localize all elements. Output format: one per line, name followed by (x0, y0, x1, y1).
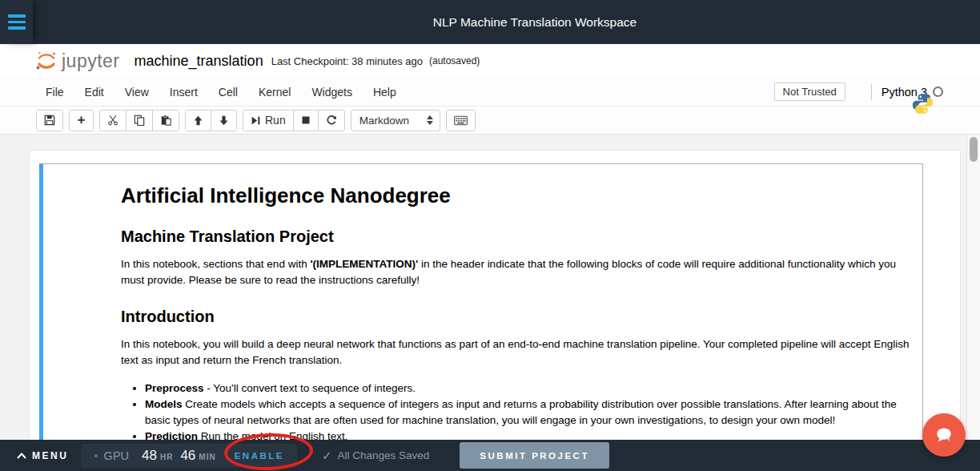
save-button[interactable] (37, 111, 62, 131)
cell-type-value: Markdown (359, 115, 427, 127)
menu-insert[interactable]: Insert (159, 78, 208, 107)
workspace-statusbar: MENU • GPU 48 HR 46 MIN ENABLE ✓ All Cha… (0, 440, 980, 471)
submit-project-button[interactable]: SUBMIT PROJECT (460, 442, 609, 469)
notebook-panel: Artificial Intelligence Nanodegree Machi… (29, 150, 961, 471)
notebook-h1: Artificial Intelligence Nanodegree (121, 183, 913, 208)
save-icon (44, 115, 55, 126)
implementation-note: In this notebook, sections that end with… (121, 256, 913, 288)
menu-widgets[interactable]: Widgets (301, 78, 363, 107)
scrollbar-track[interactable] (966, 135, 980, 471)
python-logo-icon (912, 93, 934, 118)
run-icon (251, 115, 261, 126)
run-button-label: Run (265, 114, 286, 127)
jupyter-logo-icon[interactable]: jupyter (35, 50, 120, 72)
restart-kernel-button[interactable] (318, 111, 344, 131)
not-trusted-button[interactable]: Not Trusted (774, 83, 845, 101)
cut-icon (107, 115, 118, 126)
stop-icon (301, 115, 311, 125)
cell-type-select[interactable]: Markdown (351, 110, 440, 131)
keyboard-icon (454, 115, 468, 126)
menubar-divider (871, 84, 872, 100)
add-cell-button[interactable]: + (70, 111, 93, 131)
markdown-cell-selected[interactable]: Artificial Intelligence Nanodegree Machi… (39, 163, 923, 471)
gpu-hours-unit: HR (160, 453, 173, 461)
notebook-title[interactable]: machine_translation (135, 53, 263, 70)
move-cell-up-button[interactable] (186, 111, 211, 131)
chat-bubble-icon (933, 424, 955, 446)
paste-icon (160, 115, 171, 126)
jupyter-logo-text: jupyter (62, 50, 120, 72)
project-h2: Machine Translation Project (121, 227, 913, 246)
gpu-dot-icon: • (94, 449, 98, 462)
menu-help[interactable]: Help (363, 78, 407, 107)
copy-icon (134, 115, 145, 126)
scrollbar-thumb[interactable] (970, 137, 978, 162)
autosave-status: (autosaved) (429, 55, 480, 66)
notebook-scroll-area: Artificial Intelligence Nanodegree Machi… (0, 135, 980, 471)
introduction-paragraph: In this notebook, you will build a deep … (121, 336, 913, 368)
menu-cell[interactable]: Cell (208, 78, 248, 107)
introduction-h2: Introduction (121, 308, 913, 326)
gpu-minutes-unit: MIN (199, 453, 215, 461)
chevron-up-icon (17, 453, 26, 459)
jupyter-header: jupyter machine_translation Last Checkpo… (0, 44, 980, 78)
notebook-menubar: File Edit View Insert Cell Kernel Widget… (0, 78, 980, 107)
checkmark-icon: ✓ (322, 449, 332, 463)
command-palette-button[interactable] (447, 111, 475, 131)
interrupt-kernel-button[interactable] (293, 111, 318, 131)
copy-cell-button[interactable] (126, 111, 152, 131)
save-status-label: All Changes Saved (338, 449, 430, 461)
gpu-enable-button[interactable]: ENABLE (235, 451, 284, 461)
checkpoint-status: Last Checkpoint: 38 minutes ago (271, 55, 423, 67)
arrow-up-icon (193, 115, 203, 126)
list-item: Preprocess - You'll convert text to sequ… (145, 380, 913, 397)
restart-icon (326, 115, 337, 126)
gpu-label: GPU (104, 449, 129, 462)
pipeline-steps-list: Preprocess - You'll convert text to sequ… (121, 380, 913, 445)
workspace-title: NLP Machine Translation Workspace (433, 0, 637, 44)
save-status: ✓ All Changes Saved (322, 449, 429, 463)
select-spinner-icon (427, 115, 433, 125)
menu-view[interactable]: View (114, 78, 159, 107)
menu-file[interactable]: File (35, 78, 74, 107)
menu-edit[interactable]: Edit (74, 78, 114, 107)
workspace-topbar: NLP Machine Translation Workspace (0, 0, 980, 44)
cut-cell-button[interactable] (100, 111, 126, 131)
gpu-time-widget: • GPU 48 HR 46 MIN ENABLE (81, 444, 297, 468)
hamburger-menu-icon[interactable] (0, 0, 33, 44)
bottom-menu-button[interactable]: MENU (17, 450, 68, 461)
menu-kernel[interactable]: Kernel (248, 78, 301, 107)
notebook-toolbar: + (0, 107, 980, 135)
arrow-down-icon (219, 115, 229, 126)
list-item: Models Create models which accepts a seq… (145, 397, 913, 429)
paste-cell-button[interactable] (152, 111, 179, 131)
gpu-hours-value: 48 (142, 448, 157, 464)
kernel-status-icon (933, 87, 943, 97)
gpu-minutes-value: 46 (180, 448, 195, 464)
bottom-menu-label: MENU (32, 450, 68, 461)
chat-button[interactable] (922, 413, 966, 457)
move-cell-down-button[interactable] (211, 111, 236, 131)
run-cell-button[interactable]: Run (243, 111, 293, 131)
